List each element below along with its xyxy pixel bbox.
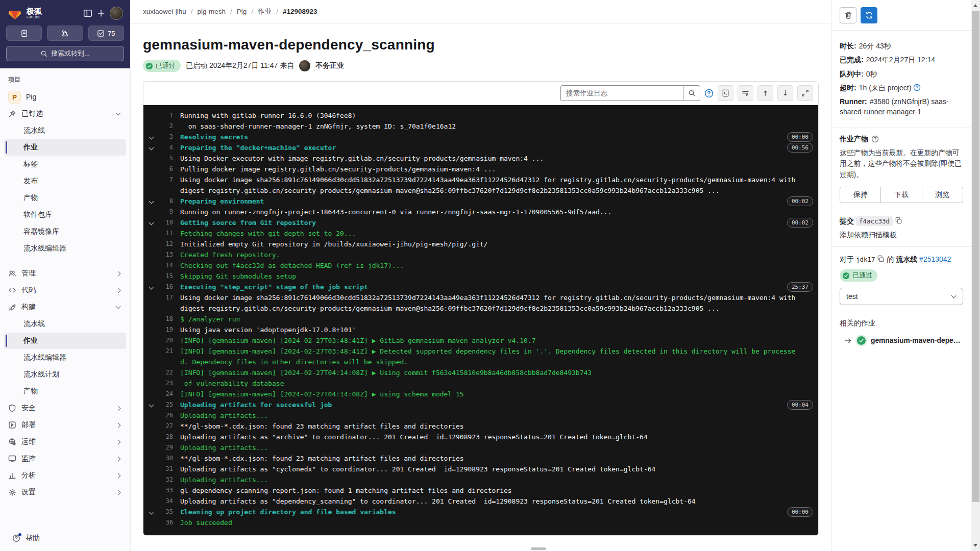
sidebar-item-流水线[interactable]: 流水线 [4, 316, 126, 332]
author-avatar[interactable] [299, 60, 310, 71]
retry-job-button[interactable] [861, 7, 877, 23]
log-line-number[interactable]: 13 [159, 249, 173, 260]
browse-artifacts-button[interactable]: 浏览 [922, 187, 963, 203]
sidebar-item-标签[interactable]: 标签 [4, 156, 126, 172]
log-line-number[interactable]: 31 [159, 464, 173, 474]
sidebar-project-item[interactable]: P Pig [4, 89, 126, 105]
log-line-number[interactable]: 25 [159, 399, 173, 410]
log-search-button[interactable] [683, 85, 700, 101]
collapse-sidebar-icon[interactable] [83, 9, 92, 18]
log-line-number[interactable]: 29 [159, 442, 173, 453]
log-collapse-cell[interactable] [143, 132, 159, 139]
sidebar-section-管理[interactable]: 管理 [4, 265, 126, 282]
sidebar-item-流水线编辑器[interactable]: 流水线编辑器 [4, 349, 126, 366]
log-collapse-cell[interactable] [143, 142, 159, 149]
pipeline-ref[interactable]: jdk17 [856, 256, 875, 263]
merge-requests-shortcut-button[interactable] [47, 26, 83, 41]
sidebar-item-流水线计划[interactable]: 流水线计划 [4, 366, 126, 383]
sidebar-item-产物[interactable]: 产物 [4, 383, 126, 399]
log-line-number[interactable]: 26 [159, 410, 173, 421]
sidebar-item-产物[interactable]: 产物 [4, 190, 126, 206]
log-line-number[interactable]: 12 [159, 239, 173, 249]
timeout-help-icon[interactable] [913, 84, 921, 91]
author-name[interactable]: 不务正业 [315, 61, 344, 70]
log-line-number[interactable]: 35 [159, 507, 173, 517]
issues-shortcut-button[interactable] [6, 26, 42, 41]
status-badge[interactable]: 已通过 [143, 60, 181, 72]
log-line-number[interactable]: 14 [159, 260, 173, 271]
log-line-number[interactable]: 34 [159, 496, 173, 507]
log-line-number[interactable]: 3 [159, 132, 173, 142]
sidebar-item-流水线编辑器[interactable]: 流水线编辑器 [4, 240, 126, 257]
breadcrumb-item[interactable]: #12908923 [283, 8, 317, 15]
log-line-number[interactable]: 22 [159, 367, 173, 378]
log-collapse-cell[interactable] [143, 507, 159, 514]
scrollbar-down-arrow[interactable] [973, 544, 977, 547]
sidebar-section-部署[interactable]: 部署 [4, 417, 126, 433]
breadcrumb-item[interactable]: xuxiaowei-jihu [143, 8, 186, 15]
log-line-number[interactable]: 24 [159, 389, 173, 399]
log-line-number[interactable]: 19 [159, 324, 173, 335]
log-collapse-cell[interactable] [143, 196, 159, 203]
breadcrumb-item[interactable]: pig-mesh [198, 8, 226, 15]
sidebar-item-流水线[interactable]: 流水线 [4, 122, 126, 139]
log-line-number[interactable]: 6 [159, 164, 173, 174]
sidebar-item-作业[interactable]: 作业 [4, 139, 126, 156]
download-artifacts-button[interactable]: 下载 [881, 187, 922, 203]
sidebar-item-help[interactable]: 帮助 [8, 530, 122, 546]
sidebar-section-运维[interactable]: 运维 [4, 434, 126, 450]
sidebar-section-监控[interactable]: 监控 [4, 450, 126, 467]
log-line-number[interactable]: 2 [159, 121, 173, 132]
stage-dropdown[interactable]: test [840, 288, 963, 305]
sidebar-item-容器镜像库[interactable]: 容器镜像库 [4, 223, 126, 240]
sidebar-section-构建[interactable]: 构建 [4, 299, 126, 315]
log-collapse-cell[interactable] [143, 399, 159, 407]
log-line-number[interactable]: 33 [159, 485, 173, 496]
log-line-number[interactable]: 5 [159, 153, 173, 164]
log-line-number[interactable]: 10 [159, 217, 173, 228]
log-line-number[interactable]: 27 [159, 421, 173, 432]
log-line-number[interactable]: 23 [159, 378, 173, 389]
sidebar-item-发布[interactable]: 发布 [4, 173, 126, 189]
related-job-row[interactable]: gemnasium-maven-depen... [840, 336, 963, 345]
sidebar-section-安全[interactable]: 安全 [4, 400, 126, 416]
log-search-input[interactable] [560, 85, 683, 101]
todos-shortcut-button[interactable]: 75 [88, 26, 124, 41]
pipeline-id-link[interactable]: #2513042 [919, 255, 951, 263]
log-line-number[interactable]: 32 [159, 474, 173, 485]
fullscreen-button[interactable] [797, 85, 813, 101]
log-line-number[interactable]: 7 [159, 174, 173, 185]
log-line-number[interactable]: 30 [159, 453, 173, 464]
log-line-number[interactable]: 8 [159, 196, 173, 207]
copy-icon[interactable] [877, 255, 885, 263]
scrollbar-thumb[interactable] [972, 11, 979, 502]
log-line-number[interactable]: 36 [159, 517, 173, 528]
log-line-number[interactable]: 21 [159, 346, 173, 357]
log-line-number[interactable]: 9 [159, 207, 173, 217]
horizontal-scrollbar-thumb[interactable] [531, 547, 546, 550]
commit-message[interactable]: 添加依赖扫描模板 [840, 231, 963, 240]
log-line-number[interactable]: 28 [159, 432, 173, 442]
wrap-lines-button[interactable] [738, 85, 753, 101]
sidebar-section-代码[interactable]: 代码 [4, 282, 126, 298]
vertical-scrollbar[interactable] [971, 0, 980, 551]
scroll-to-bottom-button[interactable] [777, 85, 793, 101]
log-line-number[interactable]: 18 [159, 314, 173, 324]
user-avatar[interactable] [110, 7, 123, 20]
log-line-number[interactable]: 11 [159, 228, 173, 239]
sidebar-item-作业[interactable]: 作业 [4, 333, 126, 349]
keep-artifacts-button[interactable]: 保持 [840, 187, 881, 203]
sidebar-pinned-header[interactable]: 已钉选 [4, 106, 126, 122]
create-new-icon[interactable] [96, 9, 106, 18]
log-collapse-cell[interactable] [143, 217, 159, 224]
search-or-go-button[interactable]: 搜索或转到... [6, 46, 124, 61]
artifacts-help-icon[interactable] [871, 135, 879, 143]
sidebar-section-设置[interactable]: 设置 [4, 484, 126, 500]
show-raw-log-button[interactable] [718, 85, 733, 101]
log-line-number[interactable]: 20 [159, 335, 173, 346]
log-line-number[interactable]: 16 [159, 282, 173, 292]
breadcrumb-item[interactable]: 作业 [258, 7, 272, 16]
scroll-to-top-button[interactable] [757, 85, 773, 101]
sidebar-item-软件包库[interactable]: 软件包库 [4, 207, 126, 223]
commit-sha[interactable]: f4acc33d [856, 216, 893, 226]
